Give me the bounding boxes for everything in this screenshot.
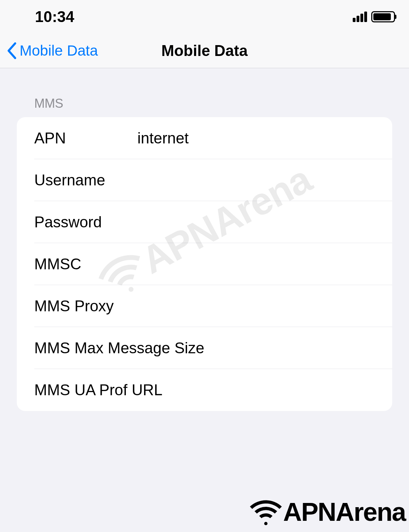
input-username[interactable] xyxy=(137,171,375,189)
wifi-icon xyxy=(249,495,282,529)
row-mms-ua[interactable]: MMS UA Prof URL xyxy=(17,369,392,411)
input-password[interactable] xyxy=(137,213,375,231)
label-username: Username xyxy=(34,171,137,189)
status-indicators xyxy=(353,11,395,22)
label-apn: APN xyxy=(34,129,137,147)
section-header-mms: MMS xyxy=(0,68,409,117)
back-label: Mobile Data xyxy=(20,42,98,59)
cellular-signal-icon xyxy=(353,12,367,22)
label-password: Password xyxy=(34,213,137,231)
brand-logo: APNArena xyxy=(249,495,406,529)
brand-name: APNArena xyxy=(283,497,406,527)
label-mmsc: MMSC xyxy=(34,255,137,273)
input-mms-max[interactable] xyxy=(204,339,392,357)
status-bar: 10:34 xyxy=(0,0,409,33)
navigation-bar: Mobile Data Mobile Data xyxy=(0,33,409,68)
label-mms-max: MMS Max Message Size xyxy=(34,339,204,357)
label-mms-ua: MMS UA Prof URL xyxy=(34,381,163,399)
battery-icon xyxy=(371,11,395,22)
label-mms-proxy: MMS Proxy xyxy=(34,297,137,315)
row-mmsc[interactable]: MMSC xyxy=(17,243,392,285)
row-mms-max[interactable]: MMS Max Message Size xyxy=(17,327,392,369)
input-mmsc[interactable] xyxy=(137,255,375,273)
input-mms-proxy[interactable] xyxy=(137,297,375,315)
row-apn[interactable]: APN xyxy=(17,117,392,159)
row-password[interactable]: Password xyxy=(17,201,392,243)
input-mms-ua[interactable] xyxy=(163,381,375,399)
mms-settings-group: APN Username Password MMSC MMS Proxy MMS… xyxy=(17,117,392,411)
status-time: 10:34 xyxy=(35,8,74,26)
page-title: Mobile Data xyxy=(162,42,248,59)
back-button[interactable]: Mobile Data xyxy=(7,42,98,59)
row-mms-proxy[interactable]: MMS Proxy xyxy=(17,285,392,327)
input-apn[interactable] xyxy=(137,129,375,147)
chevron-left-icon xyxy=(7,42,17,59)
row-username[interactable]: Username xyxy=(17,159,392,201)
